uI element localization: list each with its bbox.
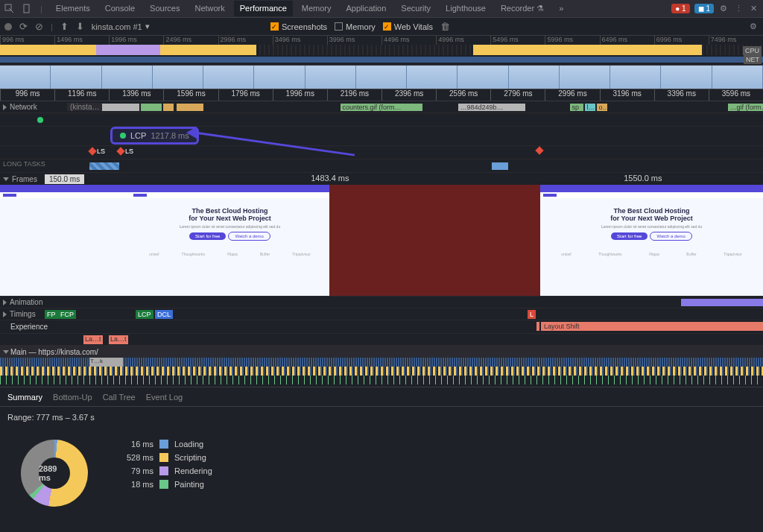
tab-event-log[interactable]: Event Log <box>146 393 183 402</box>
longtasks-track: LONG TASKS <box>0 159 763 173</box>
main-ruler[interactable]: 996 ms1196 ms1396 ms1596 ms1796 ms1996 m… <box>0 89 763 101</box>
main-track-header[interactable]: Main — https://kinsta.com/ <box>0 346 763 358</box>
devtools-toolbar: | Elements Console Sources Network Perfo… <box>0 0 763 18</box>
tab-call-tree[interactable]: Call Tree <box>103 393 136 402</box>
lcp-row: LCP 1217.8 ms <box>0 127 763 146</box>
tab-elements[interactable]: Elements <box>50 1 96 16</box>
cb-memory[interactable]: Memory <box>335 22 376 31</box>
tab-bottom-up[interactable]: Bottom-Up <box>53 393 92 402</box>
panel-tabs: Elements Console Sources Network Perform… <box>50 1 664 16</box>
overview-strip[interactable]: 996 ms1496 ms1996 ms2496 ms2996 ms3496 m… <box>0 36 763 66</box>
frames-header: Frames 150.0 ms 1483.4 ms 1550.0 ms <box>0 173 763 185</box>
overview-ruler: 996 ms1496 ms1996 ms2496 ms2996 ms3496 m… <box>0 36 763 45</box>
experience-badges: La…t La…t <box>0 334 763 346</box>
frame-time-b: 1483.4 ms <box>311 174 349 183</box>
recording-select[interactable]: kinsta.com #1▾ <box>92 22 150 31</box>
tab-summary[interactable]: Summary <box>7 393 42 402</box>
trash-icon[interactable]: 🗑 <box>440 21 450 32</box>
kebab-icon[interactable]: ⋮ <box>733 4 744 14</box>
cpu-label: CPU <box>743 46 762 55</box>
vitals-row-1 <box>0 113 763 127</box>
inspect-icon[interactable] <box>4 4 15 14</box>
annotation-arrow <box>192 131 356 133</box>
experience-track[interactable]: Experience Layout Shift <box>0 320 763 334</box>
download-icon[interactable]: ⬇ <box>76 21 84 32</box>
network-host: (kinsta… <box>67 103 102 111</box>
tab-more[interactable]: » <box>553 1 569 16</box>
frame-time-c: 1550.0 ms <box>624 174 662 183</box>
message-badge[interactable]: ◼ 1 <box>694 4 714 13</box>
close-icon[interactable]: ✕ <box>748 4 759 14</box>
summary-legend: 16 msLoading 528 msScripting 79 msRender… <box>118 440 212 507</box>
tab-memory[interactable]: Memory <box>296 1 338 16</box>
tab-sources[interactable]: Sources <box>144 1 186 16</box>
tab-recorder[interactable]: Recorder ⚗ <box>495 1 550 16</box>
tab-performance[interactable]: Performance <box>234 1 293 16</box>
timings-track[interactable]: Timings FP FCP LCP DCL L <box>0 308 763 320</box>
frames-track[interactable]: The Best Cloud Hostingfor Your Next Web … <box>0 185 763 297</box>
summary-body: 2889 ms 16 msLoading 528 msScripting 79 … <box>0 428 763 514</box>
tab-lighthouse[interactable]: Lighthouse <box>440 1 492 16</box>
tab-application[interactable]: Application <box>341 1 393 16</box>
cb-webvitals[interactable]: ✓Web Vitals <box>383 22 433 31</box>
svg-rect-1 <box>24 4 29 13</box>
gear-icon[interactable]: ⚙ <box>718 4 729 14</box>
net-label: NET <box>744 55 762 64</box>
record-button[interactable] <box>4 23 12 31</box>
perf-gear-icon[interactable]: ⚙ <box>748 22 759 32</box>
summary-tabs: Summary Bottom-Up Call Tree Event Log <box>0 387 763 407</box>
device-icon[interactable] <box>22 4 33 14</box>
flame-chart[interactable]: T…k P…L <box>0 358 763 387</box>
filmstrip[interactable] <box>0 66 763 89</box>
tab-network[interactable]: Network <box>189 1 230 16</box>
ls-row: LS LS <box>0 146 763 159</box>
clear-icon[interactable]: ⊘ <box>35 21 43 32</box>
range-text: Range: 777 ms – 3.67 s <box>0 407 763 428</box>
upload-icon[interactable]: ⬆ <box>60 21 69 32</box>
animation-track[interactable]: Animation <box>0 297 763 308</box>
tab-console[interactable]: Console <box>99 1 141 16</box>
lcp-dot-icon <box>120 133 126 139</box>
frame-time-a: 150.0 ms <box>45 174 84 184</box>
cb-screenshots[interactable]: ✓Screenshots <box>270 22 327 31</box>
perf-subtoolbar: ⟳ ⊘ | ⬆ ⬇ kinsta.com #1▾ ✓Screenshots Me… <box>0 18 763 36</box>
reload-icon[interactable]: ⟳ <box>19 21 28 32</box>
error-badge[interactable]: ● 1 <box>671 4 689 13</box>
summary-donut: 2889 ms <box>21 440 88 507</box>
network-track[interactable]: Network (kinsta… counters.gif (form… …98… <box>0 101 763 113</box>
lcp-callout[interactable]: LCP 1217.8 ms <box>110 127 199 145</box>
tab-security[interactable]: Security <box>395 1 437 16</box>
